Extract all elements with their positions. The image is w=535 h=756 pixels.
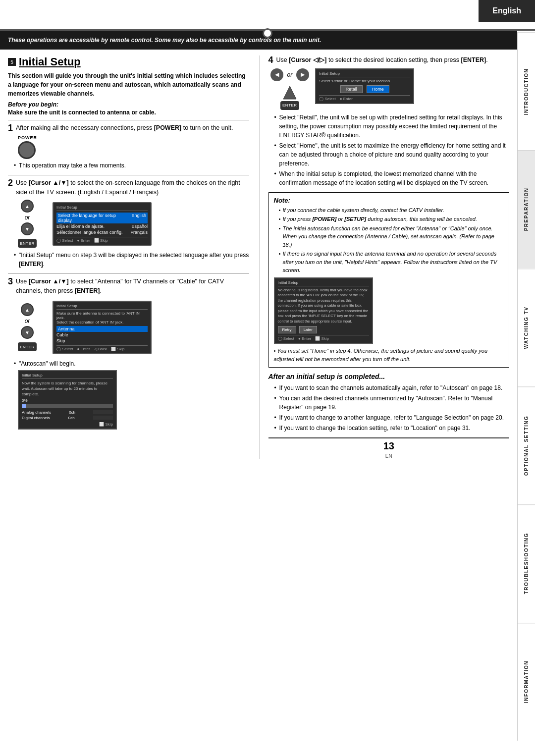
after-bullet-1: If you want to scan the channels automat… — [274, 383, 510, 392]
main-content: These operations are accessible by remot… — [0, 31, 517, 465]
section-icon: 5 — [10, 59, 13, 65]
before-begin-detail: Make sure the unit is connected to anten… — [8, 109, 249, 116]
before-begin-label: Before you begin: — [8, 101, 249, 108]
section-title-area: 5 Initial Setup — [8, 55, 249, 68]
sidebar-information: INFORMATION — [518, 623, 535, 741]
content-area: 5 Initial Setup This section will guide … — [0, 50, 517, 465]
section-intro: This section will guide you through the … — [8, 71, 249, 98]
screen-row-cable: Cable — [56, 332, 148, 338]
step-2: 2 Use [Cursor ▲/▼] to select the on-scre… — [8, 178, 249, 269]
retry-screen-area: Initial Setup No channel is registered. … — [274, 277, 504, 344]
page-number-area: 13 EN — [268, 437, 510, 459]
step-2-number: 2 — [8, 178, 13, 188]
retry-button: Retry — [278, 326, 296, 333]
screen-row-skip: Skip — [56, 338, 148, 344]
autoscan-progress: 0% — [22, 398, 113, 403]
after-bullet-2: You can add the desired channels unmemor… — [274, 394, 510, 412]
section-title: Initial Setup — [19, 55, 81, 68]
note-item-4: If there is no signal input from the ant… — [279, 250, 504, 274]
step-3-remote-illustration: ▲ or ▼ ENTER Initial Setup Make sure the… — [18, 299, 249, 356]
step-3-nav-down: ▼ — [21, 326, 34, 339]
autoscan-screen: Initial Setup Now the system is scanning… — [18, 370, 117, 430]
power-label: POWER — [18, 135, 37, 140]
top-bar: English — [0, 0, 535, 31]
analog-val: 0ch — [69, 410, 75, 415]
retail-button: Retail — [340, 85, 363, 93]
enter-arrow-icon — [282, 85, 297, 100]
screen-row-espanol: Elija el idioma de ajuste. Español — [56, 223, 148, 229]
divider-1 — [8, 120, 249, 120]
step-3-nav-up: ▲ — [21, 303, 34, 316]
step-1-bullet: This operation may take a few moments. — [14, 161, 249, 170]
nav-right-button: ▶ — [296, 68, 309, 81]
step-4-bullet-1: Select "Retail", the unit will be set up… — [274, 113, 510, 140]
power-button-area: POWER — [18, 135, 249, 159]
progress-bar-fill — [22, 404, 26, 408]
left-column: 5 Initial Setup This section will guide … — [8, 55, 249, 459]
divider-3 — [8, 273, 249, 274]
autoscan-title: Initial Setup — [22, 373, 113, 379]
italic-note: • You must set "Home" in step 4. Otherwi… — [274, 347, 504, 363]
step-4-bullet-2: Select "Home", the unit is set to maximi… — [274, 141, 510, 168]
note-title: Note: — [274, 197, 504, 204]
step-3-number: 3 — [8, 277, 13, 287]
analog-label: Analog channels — [22, 410, 51, 415]
note-box: Note: If you connect the cable system di… — [268, 192, 510, 368]
intro-banner-text: These operations are accessible by remot… — [8, 37, 321, 44]
right-sidebar: INTRODUCTION PREPARATION WATCHING TV OPT… — [517, 32, 535, 741]
home-button: Home — [367, 85, 389, 93]
screen-4-footer: ◯ Select ● Enter — [319, 95, 410, 101]
divider-2 — [8, 175, 249, 175]
nav-left-button: ◀ — [270, 68, 283, 81]
step-3-header: 3 Use [Cursor ▲/▼] to select "Antenna" f… — [8, 277, 249, 296]
retry-screen-footer: ◯ Select ● Enter ⬜ Skip — [278, 335, 369, 341]
screen-2-footer: ◯ Select ● Enter ⬜ Skip — [56, 237, 148, 243]
step-2-header: 2 Use [Cursor ▲/▼] to select the on-scre… — [8, 178, 249, 197]
step-3-text: Use [Cursor ▲/▼] to select "Antenna" for… — [16, 277, 249, 296]
after-bullet-3: If you want to change to another languag… — [274, 413, 510, 422]
screen-row-english: Select the language for setup display. E… — [56, 213, 148, 223]
step-4-enter-button: ENTER — [280, 101, 299, 110]
screen-4-prompt: Select 'Retail' or 'Home' for your locat… — [319, 79, 410, 83]
step-4-nav-buttons: ◀ or ▶ ENTER — [270, 68, 310, 110]
note-item-2: If you press [POWER] or [SETUP] during a… — [279, 215, 504, 223]
analog-channel-row: Analog channels 0ch — [22, 410, 113, 415]
digital-label: Digital channels — [22, 416, 50, 420]
note-item-1: If you connect the cable system directly… — [279, 206, 504, 215]
language-tab: English — [479, 0, 535, 22]
step-3-nav-buttons: ▲ or ▼ ENTER — [18, 303, 37, 351]
or-label: or — [25, 214, 30, 221]
sidebar-introduction: INTRODUCTION — [518, 32, 535, 150]
step-3-screen: Initial Setup Make sure the antenna is c… — [53, 301, 152, 354]
screen-3-title: Initial Setup — [56, 304, 148, 310]
sidebar-watching-tv: WATCHING TV — [518, 269, 535, 386]
or-label-4: or — [287, 71, 293, 78]
after-setup-section: After an initial setup is completed... I… — [268, 373, 510, 432]
step-1-number: 1 — [8, 123, 13, 133]
step-3-enter-button: ENTER — [18, 342, 37, 351]
autoscan-label: Now the system is scanning for channels,… — [22, 380, 113, 397]
step-3: 3 Use [Cursor ▲/▼] to select "Antenna" f… — [8, 277, 249, 430]
svg-marker-0 — [283, 86, 296, 99]
retry-screen-text: No channel is registered. Verify that yo… — [278, 288, 369, 324]
top-circle-decoration — [263, 28, 272, 38]
screen-3-footer: ◯ Select ● Enter ◁ Back ⬜ Skip — [56, 345, 148, 351]
step-4-enter-area: ENTER — [280, 85, 299, 110]
lr-buttons: ◀ or ▶ — [270, 68, 310, 81]
step-3-or-label: or — [25, 318, 30, 324]
step-4: 4 Use [Cursor ◁/▷] to select the desired… — [268, 55, 510, 187]
screen-4-title: Initial Setup — [319, 71, 410, 77]
sidebar-troubleshooting: TROUBLESHOOTING — [518, 504, 535, 622]
step-2-bullet: "Initial Setup" menu on step 3 will be d… — [14, 251, 249, 269]
step-1: 1 After making all the necessary connect… — [8, 123, 249, 170]
page-lang: EN — [385, 453, 392, 459]
later-button: Later — [299, 326, 317, 333]
step-4-bullet-3: When the initial setup is completed, the… — [274, 169, 510, 187]
retry-screen: Initial Setup No channel is registered. … — [274, 277, 373, 344]
digital-channel-row: Digital channels 0ch — [22, 415, 113, 421]
note-item-3: The initial autoscan function can be exe… — [279, 224, 504, 249]
step-3-bullet: "Autoscan" will begin. — [14, 359, 249, 368]
after-bullet-4: If you want to change the location setti… — [274, 424, 510, 432]
step-4-header: 4 Use [Cursor ◁/▷] to select the desired… — [268, 55, 510, 65]
enter-button: ENTER — [18, 239, 37, 248]
